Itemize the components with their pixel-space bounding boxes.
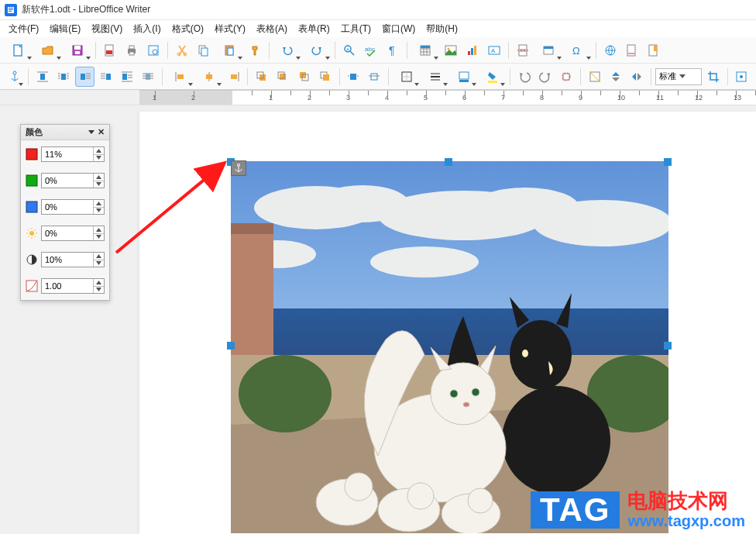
export-pdf-button[interactable] bbox=[100, 40, 120, 60]
spin-up-icon[interactable] bbox=[94, 226, 104, 234]
spin-down-icon[interactable] bbox=[94, 181, 104, 188]
separator bbox=[269, 42, 270, 59]
formatting-marks-button[interactable]: ¶ bbox=[383, 40, 403, 60]
find-replace-button[interactable]: A bbox=[339, 40, 359, 60]
wrap-before-button[interactable] bbox=[96, 67, 115, 87]
menu-window[interactable]: 窗口(W) bbox=[376, 21, 421, 37]
spin-up-icon[interactable] bbox=[94, 253, 104, 260]
resize-handle-ne[interactable] bbox=[664, 158, 672, 166]
open-button[interactable] bbox=[34, 40, 62, 60]
panel-menu-icon[interactable] bbox=[88, 130, 94, 134]
resize-handle-n[interactable] bbox=[445, 158, 452, 166]
borders-button[interactable] bbox=[393, 67, 420, 87]
insert-text-box-button[interactable]: A bbox=[484, 40, 504, 60]
paste-button[interactable] bbox=[215, 40, 243, 60]
flip-h-button[interactable] bbox=[627, 67, 647, 87]
color-panel[interactable]: 颜色 ✕ 11% 0% 0% 0% 10% 1.00 bbox=[20, 124, 110, 301]
panel-close-icon[interactable]: ✕ bbox=[98, 127, 105, 137]
spin-down-icon[interactable] bbox=[94, 208, 104, 215]
wrap-parallel-button[interactable] bbox=[54, 67, 74, 87]
insert-field-button[interactable] bbox=[534, 40, 562, 60]
blue-spin[interactable]: 0% bbox=[41, 199, 105, 215]
menu-help[interactable]: 帮助(H) bbox=[421, 21, 463, 37]
crop-button[interactable] bbox=[703, 67, 723, 87]
anchor-indicator-icon[interactable] bbox=[231, 160, 246, 176]
brightness-spin[interactable]: 0% bbox=[41, 226, 105, 241]
undo-button[interactable] bbox=[273, 40, 301, 60]
save-button[interactable] bbox=[64, 40, 91, 60]
separator bbox=[339, 68, 340, 85]
gamma-spin[interactable]: 1.00 bbox=[41, 278, 105, 294]
wrap-none-button[interactable] bbox=[33, 67, 52, 87]
green-spin[interactable]: 0% bbox=[41, 173, 105, 188]
svg-point-99 bbox=[463, 402, 469, 407]
menu-edit[interactable]: 编辑(E) bbox=[44, 21, 86, 37]
print-button[interactable] bbox=[122, 40, 142, 60]
svg-point-92 bbox=[502, 386, 610, 494]
menu-insert[interactable]: 插入(I) bbox=[128, 21, 166, 37]
graphics-mode-combo[interactable]: 标准 bbox=[655, 68, 703, 85]
to-background-button[interactable] bbox=[365, 67, 384, 87]
area-fill-button[interactable] bbox=[479, 67, 506, 87]
menu-tools[interactable]: 工具(T) bbox=[335, 21, 376, 37]
menu-view[interactable]: 视图(V) bbox=[86, 21, 128, 37]
copy-button[interactable] bbox=[194, 40, 214, 60]
transparency-button[interactable] bbox=[585, 67, 604, 87]
contrast-spin[interactable]: 10% bbox=[41, 252, 105, 267]
redo-button[interactable] bbox=[303, 40, 331, 60]
print-preview-button[interactable] bbox=[143, 40, 163, 60]
cut-button[interactable] bbox=[172, 40, 192, 60]
back-one-button[interactable] bbox=[294, 67, 314, 87]
rotate-right-button[interactable] bbox=[535, 67, 555, 87]
menu-format[interactable]: 格式(O) bbox=[167, 21, 209, 37]
border-style-button[interactable] bbox=[421, 67, 448, 87]
to-foreground-button[interactable] bbox=[344, 67, 363, 87]
standard-toolbar: A abc ¶ A Ω bbox=[0, 37, 756, 64]
spin-down-icon[interactable] bbox=[94, 155, 104, 162]
insert-special-char-button[interactable]: Ω bbox=[564, 40, 592, 60]
horizontal-ruler[interactable]: 211234567891011121314 bbox=[139, 90, 756, 105]
spin-up-icon[interactable] bbox=[94, 279, 104, 287]
insert-footnote-button[interactable] bbox=[622, 40, 642, 60]
spin-up-icon[interactable] bbox=[94, 147, 104, 155]
spin-down-icon[interactable] bbox=[94, 287, 104, 294]
border-color-button[interactable] bbox=[450, 67, 477, 87]
align-right-button[interactable] bbox=[224, 67, 243, 87]
spin-up-icon[interactable] bbox=[94, 200, 104, 208]
anchor-button[interactable] bbox=[5, 67, 24, 87]
new-button[interactable] bbox=[5, 40, 33, 60]
resize-handle-e[interactable] bbox=[664, 342, 672, 350]
spin-down-icon[interactable] bbox=[94, 260, 104, 267]
rotate-left-button[interactable] bbox=[514, 67, 534, 87]
menu-form[interactable]: 表单(R) bbox=[293, 21, 335, 37]
insert-bookmark-button[interactable] bbox=[644, 40, 664, 60]
clone-format-button[interactable] bbox=[245, 40, 265, 60]
red-spin[interactable]: 11% bbox=[41, 146, 105, 162]
svg-rect-35 bbox=[519, 51, 527, 56]
menu-style[interactable]: 样式(Y) bbox=[209, 21, 251, 37]
insert-page-break-button[interactable] bbox=[513, 40, 533, 60]
selected-image[interactable] bbox=[231, 161, 668, 533]
frame-properties-button[interactable] bbox=[732, 67, 751, 87]
spin-down-icon[interactable] bbox=[94, 234, 104, 241]
rotate-button[interactable] bbox=[557, 67, 576, 87]
wrap-after-button[interactable] bbox=[118, 67, 137, 87]
wrap-optimal-button[interactable] bbox=[75, 67, 94, 87]
flip-v-button[interactable] bbox=[606, 67, 625, 87]
menu-table[interactable]: 表格(A) bbox=[251, 21, 293, 37]
menu-file[interactable]: 文件(F) bbox=[3, 21, 44, 37]
insert-hyperlink-button[interactable] bbox=[600, 40, 620, 60]
align-center-h-button[interactable] bbox=[195, 67, 222, 87]
resize-handle-w[interactable] bbox=[227, 342, 235, 350]
wrap-through-button[interactable] bbox=[139, 67, 158, 87]
insert-table-button[interactable] bbox=[411, 40, 439, 60]
spellcheck-button[interactable]: abc bbox=[361, 40, 381, 60]
panel-header[interactable]: 颜色 ✕ bbox=[21, 125, 109, 140]
forward-one-button[interactable] bbox=[273, 67, 293, 87]
insert-image-button[interactable] bbox=[441, 40, 461, 60]
spin-up-icon[interactable] bbox=[94, 174, 104, 181]
send-to-back-button[interactable] bbox=[315, 67, 335, 87]
align-left-button[interactable] bbox=[167, 67, 194, 87]
insert-chart-button[interactable] bbox=[462, 40, 483, 60]
bring-to-front-button[interactable] bbox=[252, 67, 271, 87]
